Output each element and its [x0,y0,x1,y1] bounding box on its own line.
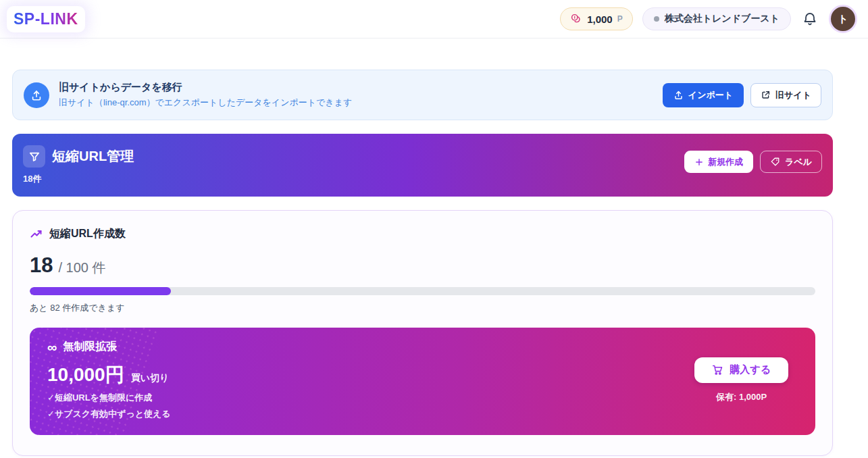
unlimited-upsell-card: ∞ 無制限拡張 10,000円 買い切り ✓短縮URLを無制限に作成 ✓サブスク… [30,328,815,435]
usage-current-count: 18 [30,253,53,278]
upsell-actions: 購入する 保有: 1,000P [694,357,798,403]
company-badge[interactable]: 株式会社トレンドブースト [642,7,791,30]
url-banner-titlerow: 短縮URL管理 [23,145,134,168]
migration-actions: インポート 旧サイト [663,83,821,107]
usage-title: 短縮URL作成数 [49,227,126,241]
purchase-button[interactable]: 購入する [694,357,788,383]
migration-banner: 旧サイトからデータを移行 旧サイト（line-qr.com）でエクスポートしたデ… [12,70,833,120]
points-unit: P [617,14,623,24]
create-new-label: 新規作成 [708,156,743,168]
usage-progress-track [30,287,815,295]
company-name: 株式会社トレンドブースト [665,13,780,25]
avatar-letter: ト [838,13,848,26]
usage-card: 短縮URL作成数 18 / 100 件 あと 82 件作成できます ∞ 無制限拡… [12,210,833,456]
usage-remaining-note: あと 82 件作成できます [30,302,815,314]
upsell-price-note: 買い切り [131,372,170,384]
app-header: SP-LINK 1,000 P 株式会社トレンドブースト [0,0,868,39]
create-new-button[interactable]: 新規作成 [684,151,753,173]
infinity-icon: ∞ [47,340,57,354]
points-balance: 保有: 1,000P [716,391,767,403]
purchase-button-label: 購入する [730,363,771,376]
points-badge[interactable]: 1,000 P [560,7,633,30]
app-logo[interactable]: SP-LINK [7,6,85,32]
upsell-feature: ✓短縮URLを無制限に作成 [47,392,171,404]
filter-icon [23,145,45,168]
upload-circle-icon [24,82,49,108]
main-content: 旧サイトからデータを移行 旧サイト（line-qr.com）でエクスポートしたデ… [12,70,833,458]
url-count-badge: 18件 [23,173,134,185]
plus-icon [694,157,704,167]
migration-description: 旧サイト（line-qr.com）でエクスポートしたデータをインポートできます [59,97,352,109]
import-button-label: インポート [688,89,733,101]
upsell-feature: ✓サブスク有効中ずっと使える [47,408,171,420]
avatar[interactable]: ト [829,5,857,33]
external-link-icon [761,90,771,100]
tag-icon [770,157,780,167]
upsell-price: 10,000円 [47,362,124,388]
usage-numbers: 18 / 100 件 [30,253,815,278]
upsell-title: 無制限拡張 [63,340,117,354]
labels-label: ラベル [785,156,812,168]
old-site-button-label: 旧サイト [775,89,811,101]
usage-total-label: / 100 件 [58,259,105,277]
migration-title: 旧サイトからデータを移行 [59,81,352,94]
trending-up-icon [30,228,43,241]
url-management-banner: 短縮URL管理 18件 新規作成 ラベル [12,134,833,197]
header-right: 1,000 P 株式会社トレンドブースト ト [560,5,857,33]
coins-icon [570,13,582,25]
bell-icon [802,11,818,27]
migration-info: 旧サイトからデータを移行 旧サイト（line-qr.com）でエクスポートしたデ… [24,81,352,109]
labels-button[interactable]: ラベル [760,151,822,173]
upsell-info: ∞ 無制限拡張 10,000円 買い切り ✓短縮URLを無制限に作成 ✓サブスク… [47,340,171,420]
url-banner-actions: 新規作成 ラベル [684,151,822,173]
migration-texts: 旧サイトからデータを移行 旧サイト（line-qr.com）でエクスポートしたデ… [59,81,352,109]
usage-progress-fill [30,287,171,295]
usage-titlerow: 短縮URL作成数 [30,227,815,241]
notifications-button[interactable] [800,9,819,28]
status-dot [654,16,659,22]
upsell-titlerow: ∞ 無制限拡張 [47,340,171,354]
cart-icon [712,364,723,376]
page-title: 短縮URL管理 [52,147,134,166]
old-site-button[interactable]: 旧サイト [750,83,821,107]
upload-icon [673,90,684,100]
url-banner-left: 短縮URL管理 18件 [23,145,134,185]
upsell-pricerow: 10,000円 買い切り [47,362,171,388]
points-value: 1,000 [587,14,613,25]
import-button[interactable]: インポート [663,83,744,107]
